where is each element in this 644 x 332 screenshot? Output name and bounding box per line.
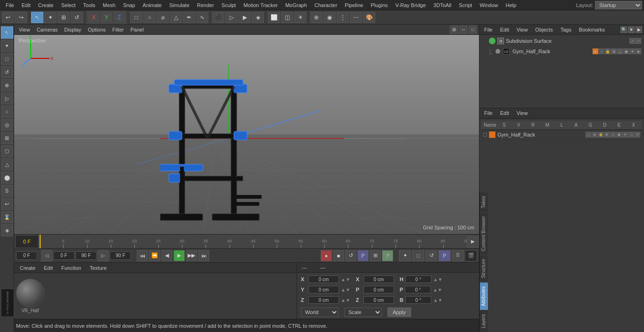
lt-select-button[interactable]: ↖ <box>1 26 13 39</box>
menu-render[interactable]: Render <box>193 1 218 9</box>
attr-ind-anim[interactable]: △ <box>610 132 616 138</box>
vp-panel-menu[interactable]: Panel <box>128 26 147 33</box>
playback-go-end[interactable]: ⏭ <box>198 250 209 261</box>
redo-button[interactable]: ↪ <box>15 12 27 23</box>
obj-search-icon[interactable]: 🔍 <box>620 26 627 33</box>
undo-button[interactable]: ↩ <box>2 12 14 23</box>
vp-icon3[interactable]: □ <box>469 25 477 34</box>
attr-ind-render[interactable]: ◉ <box>616 132 622 138</box>
playback-prev-frame[interactable]: ⏪ <box>149 250 160 261</box>
menu-help[interactable]: Help <box>502 1 520 9</box>
obj-edit-menu[interactable]: Edit <box>497 26 512 33</box>
camera-button[interactable]: ◫ <box>281 12 293 23</box>
menu-snap[interactable]: Snap <box>119 1 139 9</box>
coord-p-input[interactable] <box>363 286 394 293</box>
side-tab-structure[interactable]: Structure <box>480 255 488 282</box>
menu-plugins[interactable]: Plugins <box>367 1 391 9</box>
coord-h-input[interactable] <box>405 275 431 283</box>
coords-tab2[interactable]: --- <box>318 264 327 271</box>
coord-p2-arrow[interactable]: ▲▼ <box>433 287 442 292</box>
obj-rack-ind6[interactable]: ◉ <box>623 49 629 54</box>
mat-edit-menu[interactable]: Edit <box>40 264 57 272</box>
attr-ind-eye[interactable]: 👁 <box>592 132 597 138</box>
lt-tri-button[interactable]: △ <box>1 158 13 170</box>
pen-tool-button[interactable]: ✒ <box>183 12 195 23</box>
y-axis-button[interactable]: Y <box>100 12 113 23</box>
coord-x-pos-input[interactable] <box>308 275 339 283</box>
obj-file-menu[interactable]: File <box>481 26 495 33</box>
lt-move-button[interactable]: ✦ <box>1 40 13 52</box>
attr-view-menu[interactable]: View <box>514 109 531 117</box>
obj-row-gym-rack[interactable]: L0 Gym_Half_Rack ■ ○ 🔒 ⊞ △ ◉ ✦ ◈ <box>480 46 643 57</box>
render-interactive-button[interactable]: ◈ <box>252 12 264 23</box>
lt-undo2-button[interactable]: ↩ <box>1 198 13 210</box>
menu-select[interactable]: Select <box>58 1 80 9</box>
apply-button[interactable]: Apply <box>388 308 411 317</box>
rotate-tool-button[interactable]: ↺ <box>71 12 83 23</box>
menu-mograph[interactable]: MoGraph <box>281 1 311 9</box>
lt-circle2-button[interactable]: ◎ <box>1 119 13 131</box>
render-to-picture-button[interactable]: ▶ <box>239 12 251 23</box>
menu-simulate[interactable]: Simulate <box>165 1 193 9</box>
render-region-button[interactable]: ⬛ <box>212 12 224 23</box>
timeline-current-frame[interactable]: 0 F <box>15 235 39 248</box>
menu-vray[interactable]: V-Ray Bridge <box>392 1 430 9</box>
coord-scale-dropdown[interactable]: Scale Absolute <box>344 308 382 317</box>
side-tab-attributes[interactable]: Attributes <box>480 282 488 310</box>
lt-scale-button[interactable]: □ <box>1 53 13 65</box>
coord-world-dropdown[interactable]: World Object Screen <box>301 308 339 317</box>
coord-y-pos-input[interactable] <box>308 286 339 293</box>
vp-display-menu[interactable]: Display <box>61 26 84 33</box>
move-tool-button[interactable]: ✦ <box>44 12 57 23</box>
attr-ind-rotate[interactable]: ↺ <box>635 132 640 138</box>
playback-move-icon[interactable]: ✦ <box>399 250 411 261</box>
light-button[interactable]: ☀ <box>294 12 306 23</box>
coord-z-arrow[interactable]: ▲▼ <box>341 298 350 303</box>
playback-loop[interactable]: ↺ <box>345 250 356 261</box>
playback-p-button[interactable]: P <box>357 250 369 261</box>
lt-grid-button[interactable]: ⊞ <box>1 132 13 144</box>
playback-play[interactable]: ▶ <box>173 250 185 261</box>
obj-expand-icon[interactable]: ▶ <box>636 26 642 33</box>
playback-rotate-icon[interactable]: ↺ <box>425 250 438 261</box>
side-tab-layers[interactable]: Layers <box>480 310 488 332</box>
obj-ind1[interactable]: ✓ <box>629 38 635 44</box>
lt-circle-button[interactable]: ○ <box>1 105 13 118</box>
paint-button[interactable]: 🎨 <box>363 12 375 23</box>
playback-current-frame-input[interactable] <box>53 251 74 260</box>
obj-rack-ind8[interactable]: ◈ <box>636 49 641 54</box>
vp-options-menu[interactable]: Options <box>85 26 108 33</box>
coord-h-arrow[interactable]: ▲▼ <box>433 277 443 282</box>
x-axis-button[interactable]: X <box>88 12 100 23</box>
side-tab-takes[interactable]: Takes <box>480 192 488 212</box>
attr-expand-icon[interactable] <box>483 133 487 137</box>
vp-filter-menu[interactable]: Filter <box>109 26 126 33</box>
attr-edit-menu[interactable]: Edit <box>497 109 512 117</box>
coord-b-input[interactable] <box>405 296 431 304</box>
timeline-ruler[interactable]: 051015202530354045505560657075808590 <box>40 235 467 248</box>
playback-film-icon[interactable]: 🎬 <box>465 250 477 261</box>
attr-ind-move[interactable]: ✦ <box>622 132 628 138</box>
coord-z2-input[interactable] <box>363 296 394 304</box>
menu-edit[interactable]: Edit <box>18 1 34 9</box>
layout-select[interactable]: Startup <box>595 1 642 9</box>
playback-dots-icon[interactable]: ⠿ <box>452 250 464 261</box>
lt-diamond-button[interactable]: ◈ <box>1 224 13 236</box>
menu-tools[interactable]: Tools <box>79 1 99 9</box>
lt-hex-button[interactable]: ⬡ <box>1 145 13 157</box>
render-active-button[interactable]: ▷ <box>225 12 238 23</box>
playback-arrow-left[interactable]: ◁ <box>41 250 52 261</box>
cloner-button[interactable]: ⋮ <box>337 12 349 23</box>
coord-y-arrow[interactable]: ▲▼ <box>341 287 350 292</box>
menu-file[interactable]: File <box>2 1 18 9</box>
obj-objects-menu[interactable]: Objects <box>532 26 555 33</box>
playback-end-frame-input[interactable] <box>75 251 97 260</box>
menu-pipeline[interactable]: Pipeline <box>341 1 367 9</box>
attr-file-menu[interactable]: File <box>481 109 495 117</box>
lt-wait-button[interactable]: ⌛ <box>1 211 13 223</box>
attr-ind-scale[interactable]: □ <box>628 132 634 138</box>
sym-button[interactable]: ⊕ <box>310 12 322 23</box>
mat-function-menu[interactable]: Function <box>58 264 85 272</box>
playback-end2-frame-input[interactable] <box>110 251 131 260</box>
sphere-tool-button[interactable]: ○ <box>143 12 156 23</box>
